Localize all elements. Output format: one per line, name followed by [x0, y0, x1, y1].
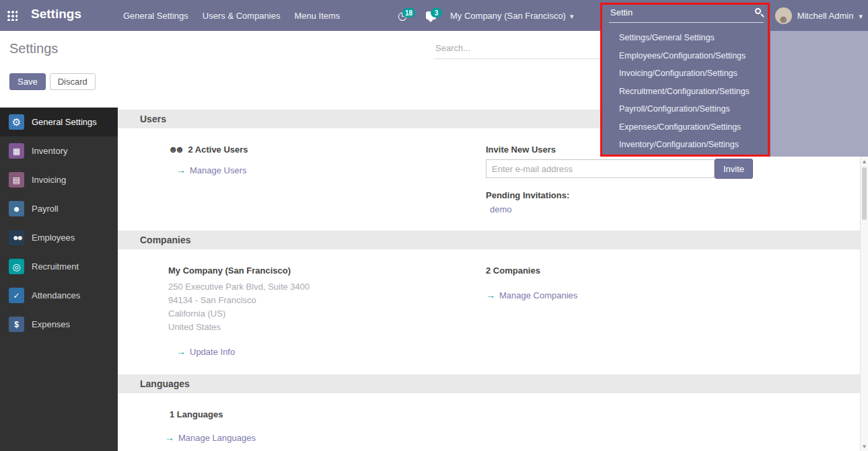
search-result-item[interactable]: Invoicing/Configuration/Settings	[602, 65, 770, 83]
recruitment-icon	[9, 259, 24, 274]
user-name: Mitchell Admin	[797, 11, 854, 21]
active-users-count: 2 Active Users	[188, 145, 248, 155]
manage-companies-label: Manage Companies	[499, 290, 577, 300]
discard-button[interactable]: Discard	[50, 73, 96, 90]
update-info-link[interactable]: Update Info	[176, 346, 235, 357]
pending-invitations-label: Pending Invitations:	[486, 190, 569, 200]
scrollbar-up-icon[interactable]	[861, 157, 868, 165]
expenses-icon	[9, 317, 24, 332]
menu-item-general-settings[interactable]: General Settings	[123, 11, 188, 21]
arrow-right-icon	[176, 165, 186, 175]
address-line: 94134 - San Francisco	[168, 294, 310, 307]
search-result-item[interactable]: Inventory/Configuration/Settings	[602, 136, 770, 154]
manage-companies-link[interactable]: Manage Companies	[486, 290, 577, 300]
sidebar-item-label: Payroll	[32, 204, 59, 214]
save-button[interactable]: Save	[9, 73, 46, 90]
sidebar-item-attendances[interactable]: Attendances	[0, 281, 118, 310]
menu-search-results: Settings/General Settings Employees/Conf…	[602, 29, 770, 154]
search-result-item[interactable]: Expenses/Configuration/Settings	[602, 118, 770, 136]
pending-invitee-link[interactable]: demo	[490, 204, 512, 214]
section-header-companies: Companies	[118, 231, 860, 249]
languages-count: 1 Languages	[170, 409, 223, 419]
sidebar-item-general-settings[interactable]: General Settings	[0, 108, 118, 136]
arrow-right-icon	[176, 346, 186, 357]
manage-languages-link[interactable]: Manage Languages	[165, 432, 256, 443]
sidebar-item-employees[interactable]: Employees	[0, 223, 118, 252]
activity-clock-icon[interactable]: 18	[394, 7, 411, 24]
languages-section-body: 1 Languages Manage Languages	[118, 393, 860, 451]
sidebar-item-label: Employees	[32, 233, 75, 243]
users-icon	[168, 143, 181, 155]
menu-item-menu-items[interactable]: Menu Items	[294, 11, 340, 21]
menu-search-input[interactable]	[609, 5, 764, 23]
invite-button[interactable]: Invite	[715, 159, 753, 179]
address-line: 250 Executive Park Blvd, Suite 3400	[168, 280, 310, 294]
gear-icon	[9, 114, 24, 130]
invite-email-input[interactable]	[486, 159, 715, 178]
company-switcher[interactable]: My Company (San Francisco)	[450, 11, 573, 21]
sidebar-item-recruitment[interactable]: Recruitment	[0, 252, 118, 281]
attendances-icon	[9, 288, 24, 303]
company-name: My Company (San Francisco)	[168, 265, 291, 276]
messages-icon[interactable]: 3	[422, 7, 439, 24]
search-result-item[interactable]: Recruitment/Configuration/Settings	[602, 83, 770, 101]
companies-count: 2 Companies	[486, 265, 540, 276]
inventory-icon	[9, 143, 24, 159]
company-switcher-label: My Company (San Francisco)	[450, 11, 566, 21]
search-result-item[interactable]: Payroll/Configuration/Settings	[602, 100, 770, 118]
payroll-icon	[9, 201, 24, 216]
menu-item-users-companies[interactable]: Users & Companies	[203, 11, 281, 21]
messages-badge: 3	[431, 8, 442, 17]
app-brand-title[interactable]: Settings	[31, 7, 81, 22]
companies-section-body: My Company (San Francisco) 250 Executive…	[118, 249, 860, 374]
search-result-item[interactable]: Settings/General Settings	[602, 29, 770, 47]
sidebar-item-label: Inventory	[32, 146, 67, 156]
search-result-item[interactable]: Employees/Configuration/Settings	[602, 47, 770, 65]
sidebar-item-invoicing[interactable]: Invoicing	[0, 165, 118, 194]
user-avatar	[775, 7, 792, 24]
employees-icon	[9, 230, 24, 245]
sidebar-item-expenses[interactable]: Expenses	[0, 310, 118, 339]
app-menu: General Settings Users & Companies Menu …	[123, 0, 340, 31]
sidebar-item-label: Expenses	[32, 319, 70, 329]
scrollbar-down-icon[interactable]	[861, 442, 868, 450]
section-header-languages: Languages	[118, 374, 860, 393]
settings-content: Users 2 Active Users Manage Users Invite…	[118, 108, 860, 451]
sidebar-item-label: General Settings	[32, 117, 97, 127]
address-line: California (US)	[168, 307, 310, 321]
sidebar-item-inventory[interactable]: Inventory	[0, 136, 118, 165]
invoicing-icon	[9, 172, 24, 188]
address-line: United States	[168, 321, 310, 334]
manage-users-link[interactable]: Manage Users	[176, 165, 247, 175]
vertical-scrollbar[interactable]	[860, 157, 868, 451]
apps-menu-icon[interactable]	[7, 10, 17, 21]
update-info-label: Update Info	[190, 347, 235, 357]
caret-down-icon	[570, 11, 574, 21]
user-menu[interactable]: Mitchell Admin	[775, 0, 863, 31]
arrow-right-icon	[165, 432, 174, 443]
open-dropdown-panel	[770, 31, 868, 157]
sidebar-item-label: Recruitment	[32, 261, 79, 272]
scrollbar-thumb[interactable]	[862, 167, 867, 220]
company-address: 250 Executive Park Blvd, Suite 3400 9413…	[168, 280, 310, 334]
manage-languages-label: Manage Languages	[178, 433, 256, 443]
systray: 18 3 My Company (San Francisco)	[394, 0, 573, 31]
page-title: Settings	[9, 41, 58, 56]
caret-down-icon	[859, 9, 863, 22]
arrow-right-icon	[486, 290, 495, 300]
sidebar-item-payroll[interactable]: Payroll	[0, 194, 118, 223]
settings-sidebar: General Settings Inventory Invoicing Pay…	[0, 108, 118, 451]
sidebar-item-label: Invoicing	[32, 175, 66, 185]
manage-users-label: Manage Users	[190, 165, 247, 175]
invite-new-users-title: Invite New Users	[486, 145, 556, 155]
sidebar-item-label: Attendances	[32, 290, 80, 300]
form-buttons: Save Discard	[9, 73, 96, 90]
search-icon	[755, 8, 761, 14]
activity-badge: 18	[402, 8, 415, 17]
menu-search-dropdown: Settings/General Settings Employees/Conf…	[602, 0, 770, 157]
